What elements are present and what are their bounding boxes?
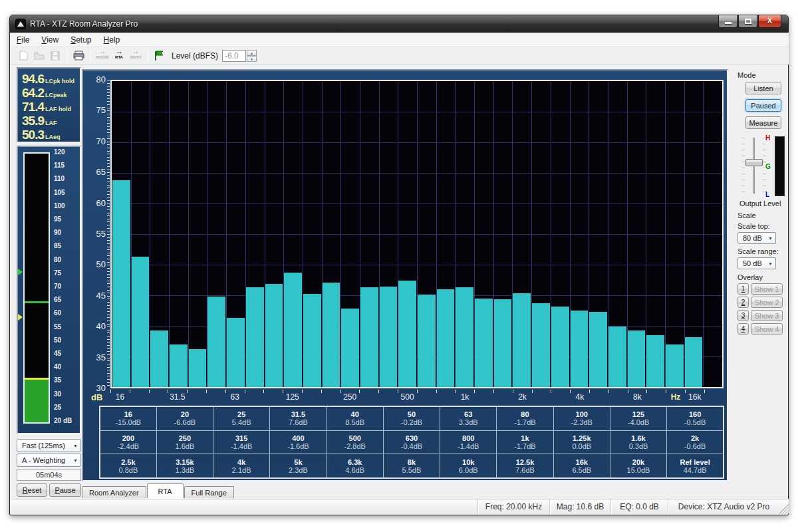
eq-cell-6.3k: 6.3k4.6dB	[327, 454, 383, 478]
eq-cell-2k: 2k-0.6dB	[667, 430, 724, 454]
meter-scale-label: 60	[54, 309, 61, 317]
eq-cell-20k: 20k15.0dB	[610, 454, 666, 478]
weighting-value: A - Weighting	[22, 456, 65, 464]
weighting-select[interactable]: A - Weighting ▼	[17, 454, 81, 467]
overlay-show-1-button[interactable]: Show 1	[751, 283, 783, 295]
freq-bar-6.3k	[608, 327, 626, 387]
eq-cell-16: 16-15.0dB	[100, 406, 156, 430]
save-icon[interactable]	[48, 49, 63, 63]
meter-scale-label: 90	[54, 229, 61, 236]
freq-bar-25	[150, 331, 168, 387]
send-to-rta-button[interactable]: →RTA	[111, 49, 127, 63]
scale-top-value: 80 dB	[743, 234, 762, 242]
open-file-icon[interactable]	[32, 49, 47, 63]
freq-bar-100	[265, 284, 283, 387]
view-tabs: Room AnalyzerRTAFull Range	[82, 483, 235, 498]
eq-cell-125: 125-4.0dB	[610, 406, 666, 430]
status-eq: EQ: 0.0 dB	[610, 499, 668, 514]
menu-file[interactable]: File	[11, 33, 35, 47]
overlay-1-button[interactable]: 1	[737, 283, 749, 295]
y-tick-label: 35	[83, 352, 106, 362]
maximize-button[interactable]	[738, 15, 757, 28]
overlay-show-4-button[interactable]: Show 4	[751, 323, 783, 334]
slider-ticks-left	[741, 138, 745, 194]
level-input[interactable]	[222, 50, 246, 62]
resize-grip[interactable]	[779, 499, 789, 514]
overlay-4-button[interactable]: 4	[737, 323, 749, 334]
gridline-v	[188, 81, 189, 387]
y-tick-label: 45	[83, 291, 106, 301]
eq-cell-1.6k: 1.6k0.3dB	[610, 430, 666, 454]
overlay-show-3-button[interactable]: Show 3	[751, 310, 783, 321]
maximize-icon	[745, 19, 751, 24]
eq-cell-1k: 1k-1.7dB	[497, 430, 553, 454]
tab-rta[interactable]: RTA	[147, 483, 184, 498]
level-spin-down[interactable]: ▼	[247, 56, 257, 62]
scale-top-label: Scale top:	[737, 222, 770, 230]
y-axis-ticks	[107, 80, 110, 388]
mode-button-measure[interactable]: Measure	[745, 116, 781, 129]
eq-cell-16k: 16k6.5dB	[553, 454, 610, 478]
overlay-label: Overlay	[737, 273, 763, 281]
menu-view[interactable]: View	[35, 33, 65, 47]
scale-range-select[interactable]: 50 dB ▼	[737, 257, 776, 269]
eq-cell-250: 2501.6dB	[156, 430, 213, 454]
output-level-meter	[775, 136, 785, 196]
chevron-down-icon: ▼	[73, 444, 78, 448]
freq-bar-16	[112, 180, 130, 387]
response-speed-select[interactable]: Fast (125ms) ▼	[17, 439, 81, 452]
output-level-slider-thumb[interactable]	[745, 159, 763, 166]
close-button[interactable]: X	[758, 15, 781, 28]
send-to-room-button[interactable]: →ROOM	[94, 49, 110, 63]
mode-label: Mode	[737, 71, 756, 79]
send-to-both-button[interactable]: →BOTH	[128, 49, 144, 63]
eq-correction-table: 16-15.0dB20-6.6dB255.4dB31.57.6dB408.5dB…	[99, 406, 724, 479]
overlay-show-2-button[interactable]: Show 2	[751, 297, 783, 308]
title-bar[interactable]: RTA - XTZ Room Analyzer Pro X	[10, 15, 788, 33]
spl-meter-scale: 1201151101051009590858075706560555045403…	[54, 148, 82, 433]
status-device: Device: XTZ Audio v2 Pro	[668, 499, 779, 514]
freq-bar-1.6k	[494, 299, 512, 387]
output-level-control: H G L	[737, 136, 791, 196]
reset-button[interactable]: Reset	[17, 483, 47, 497]
x-tick-label-16: 16	[116, 392, 124, 402]
meter-scale-label: 50	[54, 336, 61, 344]
eq-cell-800: 800-1.4dB	[440, 430, 497, 454]
menu-setup[interactable]: Setup	[65, 33, 97, 47]
gridline-v	[665, 81, 666, 387]
window-title: RTA - XTZ Room Analyzer Pro	[30, 19, 138, 29]
spl-meter-bar	[23, 152, 50, 424]
meter-scale-label: 55	[54, 323, 61, 331]
minimize-button[interactable]	[718, 15, 737, 28]
eq-cell-8k: 8k5.5dB	[383, 454, 440, 478]
y-tick-label: 60	[83, 198, 106, 208]
app-icon	[15, 19, 26, 29]
meter-scale-label: 20 dB	[54, 417, 72, 424]
eq-cell-400: 400-1.6dB	[270, 430, 327, 454]
eq-cell-ref-level: Ref level44.7dB	[667, 454, 724, 478]
scale-top-select[interactable]: 80 dB ▼	[737, 232, 776, 244]
mode-button-listen[interactable]: Listen	[745, 82, 781, 94]
mode-button-paused[interactable]: Paused	[745, 99, 781, 112]
freq-bar-4k	[571, 311, 589, 387]
meter-scale-label: 110	[54, 175, 65, 182]
tab-full-range[interactable]: Full Range	[184, 486, 234, 498]
overlay-3-button[interactable]: 3	[737, 310, 749, 321]
x-tick-label-hz: Hz	[671, 392, 681, 402]
level-spin-up[interactable]: ▲	[247, 50, 257, 56]
toolbar-separator	[90, 49, 91, 63]
overlay-2-button[interactable]: 2	[737, 297, 749, 308]
y-tick-label: 70	[83, 136, 106, 146]
scale-label: Scale	[737, 211, 756, 219]
spl-meter-laf-marker	[18, 314, 23, 321]
menu-help[interactable]: Help	[98, 33, 126, 47]
tab-room-analyzer[interactable]: Room Analyzer	[82, 486, 146, 498]
plot-area[interactable]	[110, 80, 724, 388]
freq-bar-3.15k	[551, 307, 569, 387]
eq-cell-31.5: 31.57.6dB	[270, 406, 327, 430]
new-file-icon[interactable]	[16, 49, 31, 63]
x-tick-label-250: 250	[343, 392, 356, 402]
print-icon[interactable]	[71, 49, 86, 63]
freq-bar-1k	[456, 287, 473, 387]
pause-button[interactable]: Pause	[49, 483, 81, 497]
